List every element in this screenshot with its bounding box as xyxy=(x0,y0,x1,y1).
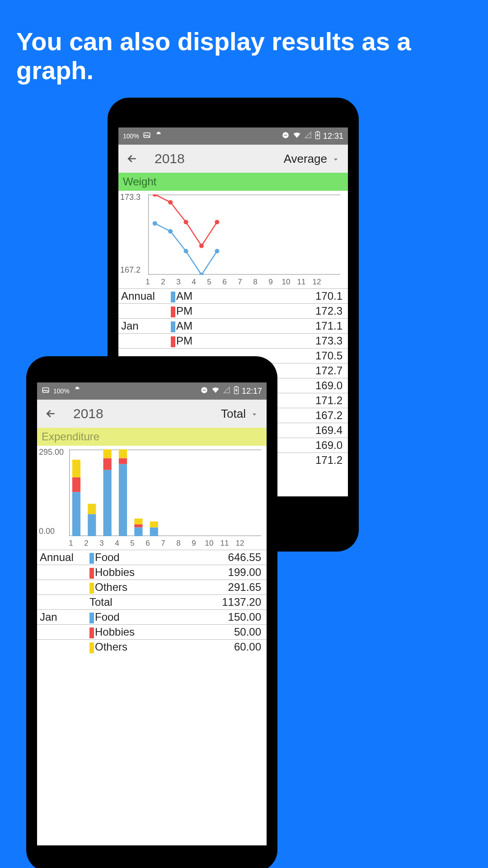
svg-rect-35 xyxy=(103,470,112,536)
mode-label: Average xyxy=(284,152,327,166)
svg-rect-45 xyxy=(150,521,158,527)
svg-rect-30 xyxy=(72,492,80,536)
mode-label: Total xyxy=(221,407,246,421)
app-bar: 2018 Average xyxy=(118,145,348,173)
svg-rect-43 xyxy=(134,519,142,524)
status-bar: 100% xyxy=(118,127,348,145)
svg-rect-37 xyxy=(103,449,112,458)
svg-rect-32 xyxy=(72,460,80,477)
svg-point-10 xyxy=(153,194,157,197)
wifi-icon xyxy=(292,131,301,142)
mode-dropdown[interactable]: Average xyxy=(284,152,339,166)
svg-point-12 xyxy=(183,220,188,224)
svg-rect-39 xyxy=(119,458,127,464)
back-button[interactable] xyxy=(42,408,60,420)
mode-dropdown[interactable]: Total xyxy=(221,407,258,421)
svg-point-16 xyxy=(168,229,173,234)
svg-rect-44 xyxy=(150,527,158,536)
svg-point-21 xyxy=(76,387,77,388)
svg-point-2 xyxy=(159,132,160,133)
battery-percent: 100% xyxy=(123,132,139,140)
year-title: 2018 xyxy=(155,151,185,166)
svg-rect-31 xyxy=(72,477,80,492)
ymax-label: 173.3 xyxy=(120,193,141,202)
svg-rect-24 xyxy=(202,390,206,391)
svg-point-19 xyxy=(215,249,219,253)
dnd-icon xyxy=(200,386,208,396)
promo-headline: You can also display results as a graph. xyxy=(0,0,488,85)
table-row: JanFood150.00 xyxy=(37,610,267,625)
table-row: PM172.3 xyxy=(118,304,348,319)
battery-charging-icon xyxy=(234,386,239,396)
table-row: Total1137.20 xyxy=(37,595,267,610)
svg-point-1 xyxy=(157,132,158,133)
status-bar: 100% 12:17 xyxy=(37,382,267,400)
x-axis-months: 123456789101112 xyxy=(140,278,343,287)
svg-rect-34 xyxy=(88,504,96,514)
table-row: Hobbies50.00 xyxy=(37,625,267,640)
table-row: AnnualAM170.1 xyxy=(118,289,348,304)
phone-mock-front: 100% 12:17 xyxy=(26,356,277,868)
svg-point-22 xyxy=(78,387,79,388)
section-header-weight: Weight xyxy=(118,173,348,191)
table-row: Hobbies199.00 xyxy=(37,565,267,580)
table-row: AnnualFood646.55 xyxy=(37,550,267,565)
svg-point-14 xyxy=(215,220,219,224)
cell-signal-icon xyxy=(304,131,312,142)
svg-point-15 xyxy=(153,221,157,226)
cell-signal-icon xyxy=(223,386,231,396)
android-icon xyxy=(73,386,81,396)
image-icon xyxy=(143,131,151,142)
x-axis-months: 123456789101112 xyxy=(63,539,262,548)
table-row: PM173.3 xyxy=(118,334,348,349)
battery-charging-icon xyxy=(315,131,320,142)
ymin-label: 0.00 xyxy=(39,527,55,536)
back-button[interactable] xyxy=(123,153,141,165)
battery-percent: 100% xyxy=(53,387,70,395)
svg-rect-6 xyxy=(317,131,319,132)
svg-rect-41 xyxy=(134,527,142,536)
chevron-down-icon xyxy=(251,407,258,421)
android-icon xyxy=(155,131,163,142)
svg-rect-36 xyxy=(103,458,112,470)
table-row: JanAM171.1 xyxy=(118,319,348,334)
svg-rect-38 xyxy=(119,464,127,536)
ymin-label: 167.2 xyxy=(120,265,141,275)
svg-rect-33 xyxy=(88,514,96,536)
weight-chart[interactable]: 173.3 167.2 123456789101112 xyxy=(118,191,348,288)
wifi-icon xyxy=(211,386,220,396)
year-title: 2018 xyxy=(73,406,103,421)
svg-point-17 xyxy=(183,249,188,253)
image-icon xyxy=(42,386,50,396)
ymax-label: 295.00 xyxy=(39,448,64,457)
dnd-icon xyxy=(282,131,290,142)
status-time: 12:31 xyxy=(323,132,343,141)
svg-rect-4 xyxy=(284,135,287,136)
status-time: 12:17 xyxy=(242,387,262,396)
app-bar: 2018 Total xyxy=(37,400,267,428)
expenditure-table: AnnualFood646.55Hobbies199.00Others291.6… xyxy=(37,550,267,654)
svg-rect-26 xyxy=(235,386,237,387)
table-row: Others60.00 xyxy=(37,640,267,655)
svg-rect-40 xyxy=(119,449,127,458)
svg-point-13 xyxy=(199,244,204,248)
svg-point-11 xyxy=(168,200,173,204)
expenditure-chart[interactable]: 295.00 0.00 123456789101112 xyxy=(37,446,267,550)
chevron-down-icon xyxy=(333,152,339,166)
table-row: Others291.65 xyxy=(37,580,267,595)
svg-rect-42 xyxy=(134,524,142,528)
section-header-expenditure: Expenditure xyxy=(37,428,267,446)
